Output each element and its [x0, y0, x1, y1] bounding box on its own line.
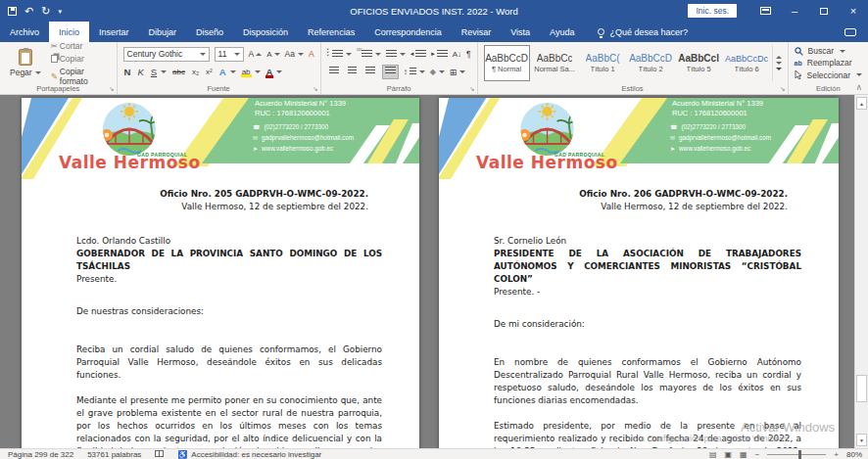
page-1-body[interactable]: Oficio Nro. 205 GADPRVH-O-WMC-09-2022. V…	[22, 179, 419, 448]
zoom-out-button[interactable]: −	[755, 450, 760, 459]
find-button[interactable]: Buscar	[795, 45, 862, 57]
style-titulo-1[interactable]: AaBbC( Título 1	[580, 45, 626, 81]
numbering-button[interactable]	[357, 50, 381, 59]
tab-diseno[interactable]: Diseño	[186, 22, 233, 42]
bold-button[interactable]: N	[123, 67, 132, 77]
decrease-indent-button[interactable]: ◂	[410, 50, 427, 59]
scrollbar-thumb[interactable]	[856, 375, 867, 402]
change-case-button[interactable]: Aa	[285, 49, 304, 59]
minimize-button[interactable]: –	[780, 0, 809, 22]
increase-indent-button[interactable]: ▸	[431, 50, 448, 59]
proofing-status[interactable]	[155, 450, 164, 457]
show-marks-button[interactable]: ¶	[466, 49, 471, 59]
grow-font-button[interactable]: A	[249, 49, 263, 59]
paste-button[interactable]: Pegar	[6, 45, 45, 81]
select-button[interactable]: Seleccionar	[795, 69, 862, 81]
align-right-button[interactable]	[363, 66, 377, 78]
font-name-combo[interactable]: Century Gothic	[123, 47, 210, 62]
subscript-button[interactable]: x₂	[191, 68, 200, 76]
tab-ayuda[interactable]: Ayuda	[540, 22, 584, 42]
strikethrough-button[interactable]: abc	[171, 68, 186, 76]
align-left-button[interactable]	[327, 66, 341, 78]
styles-gallery-expand-icon[interactable]	[776, 68, 782, 70]
zoom-slider[interactable]	[767, 454, 826, 455]
collapse-ribbon-icon[interactable]: ∧	[855, 82, 862, 92]
undo-icon[interactable]: ↶	[24, 6, 33, 17]
word-count[interactable]: 53761 palabras	[87, 450, 141, 459]
tab-correspondencia[interactable]: Correspondencia	[364, 22, 452, 42]
zoom-slider-thumb[interactable]	[798, 450, 801, 459]
tab-disposicion[interactable]: Disposición	[233, 22, 298, 42]
underline-button[interactable]: S	[150, 67, 167, 77]
feedback-button[interactable]	[844, 22, 856, 42]
italic-button[interactable]: K	[136, 67, 144, 77]
line-spacing-button[interactable]: ↕	[404, 68, 425, 76]
document-page-1[interactable]: Acuerdo Ministerial N° 1339 RUC : 176812…	[22, 98, 419, 448]
tab-vista[interactable]: Vista	[501, 22, 540, 42]
multilevel-list-button[interactable]	[386, 50, 406, 59]
font-dialog-launcher-icon[interactable]: ↘	[313, 85, 318, 93]
tell-me-box[interactable]: ¿Qué desea hacer?	[584, 22, 688, 42]
clipboard-dialog-launcher-icon[interactable]: ↘	[109, 85, 115, 93]
letterhead-ruc: RUC : 1768120600001	[672, 109, 747, 118]
close-button[interactable]: ×	[839, 0, 868, 22]
tab-referencias[interactable]: Referencias	[298, 22, 364, 42]
styles-scroll-up-icon[interactable]	[776, 56, 782, 59]
cut-label: Cortar	[60, 41, 83, 51]
read-mode-icon[interactable]: ▤	[709, 450, 717, 459]
tab-dibujar[interactable]: Dibujar	[139, 22, 187, 42]
phone-icon: ☎	[670, 123, 677, 130]
style-normal[interactable]: AaBbCcD ¶ Normal	[484, 45, 530, 81]
cut-button[interactable]: ✂Cortar	[51, 41, 107, 51]
select-label: Seleccionar	[807, 70, 850, 80]
sign-in-button[interactable]: Inic. ses.	[688, 4, 737, 18]
scroll-up-button[interactable]: ▲	[856, 97, 867, 110]
zoom-level[interactable]: 80%	[846, 450, 862, 459]
save-icon[interactable]	[8, 7, 17, 16]
tab-archivo[interactable]: Archivo	[0, 22, 49, 42]
customize-qat-icon[interactable]: ▾	[58, 8, 62, 15]
style-titulo-5[interactable]: AaBbCcl Título 5	[676, 45, 722, 81]
align-center-button[interactable]	[346, 66, 359, 78]
replace-button[interactable]: ab Reemplazar	[795, 57, 862, 69]
highlight-color-button[interactable]: ab	[241, 68, 261, 76]
format-painter-button[interactable]: ✎Copiar formato	[51, 67, 107, 86]
justify-button[interactable]	[382, 65, 399, 79]
text-effects-button[interactable]: A	[218, 67, 236, 77]
tab-inicio[interactable]: Inicio	[49, 22, 89, 42]
web-cursor-icon: ➤	[670, 145, 675, 152]
style-titulo-2[interactable]: AaBbCcD Título 2	[628, 45, 674, 81]
borders-button[interactable]: ⊞	[450, 68, 466, 77]
tab-revisar[interactable]: Revisar	[452, 22, 502, 42]
style-titulo-6[interactable]: AaBbCcDc Título 6	[724, 45, 770, 81]
print-layout-icon[interactable]: ▣	[725, 450, 733, 459]
font-color-button[interactable]: A	[265, 67, 283, 77]
font-size-combo[interactable]: 11	[215, 47, 244, 62]
accessibility-status[interactable]: ♿Accesibilidad: es necesario investigar	[177, 450, 321, 459]
copy-button[interactable]: Copiar	[51, 54, 107, 64]
paragraph-dialog-launcher-icon[interactable]: ↘	[469, 85, 475, 93]
zoom-in-button[interactable]: +	[834, 450, 839, 459]
brush-icon: ✎	[51, 71, 58, 81]
page-2-body[interactable]: Oficio Nro. 206 GADPRVH-O-WMC-09-2022. V…	[439, 179, 839, 448]
tab-insertar[interactable]: Insertar	[89, 22, 139, 42]
document-page-2[interactable]: Acuerdo Ministerial N° 1339 RUC : 176812…	[439, 98, 839, 448]
page-indicator[interactable]: Página 299 de 322	[8, 450, 73, 459]
vertical-scrollbar[interactable]: ▲ ▼	[854, 95, 868, 448]
lightbulb-icon	[598, 28, 604, 35]
shading-button[interactable]: ◆	[430, 68, 445, 76]
ribbon-display-options-button[interactable]	[750, 0, 780, 22]
style-normal-sangria[interactable]: AaBbCc Normal Sa...	[532, 45, 578, 81]
restore-button[interactable]	[809, 0, 839, 22]
document-area[interactable]: Acuerdo Ministerial N° 1339 RUC : 176812…	[0, 95, 868, 448]
styles-dialog-launcher-icon[interactable]: ↘	[780, 85, 786, 93]
shrink-font-button[interactable]: A	[266, 50, 279, 59]
redo-icon[interactable]: ↻	[41, 6, 50, 17]
web-layout-icon[interactable]: ▦	[740, 450, 747, 459]
sort-button[interactable]: A↓	[453, 50, 461, 59]
styles-scroll-down-icon[interactable]	[776, 62, 782, 65]
clear-formatting-button[interactable]: A	[309, 49, 314, 59]
bullets-button[interactable]	[327, 50, 352, 59]
scroll-down-button[interactable]: ▼	[856, 434, 867, 446]
superscript-button[interactable]: x²	[205, 68, 214, 76]
